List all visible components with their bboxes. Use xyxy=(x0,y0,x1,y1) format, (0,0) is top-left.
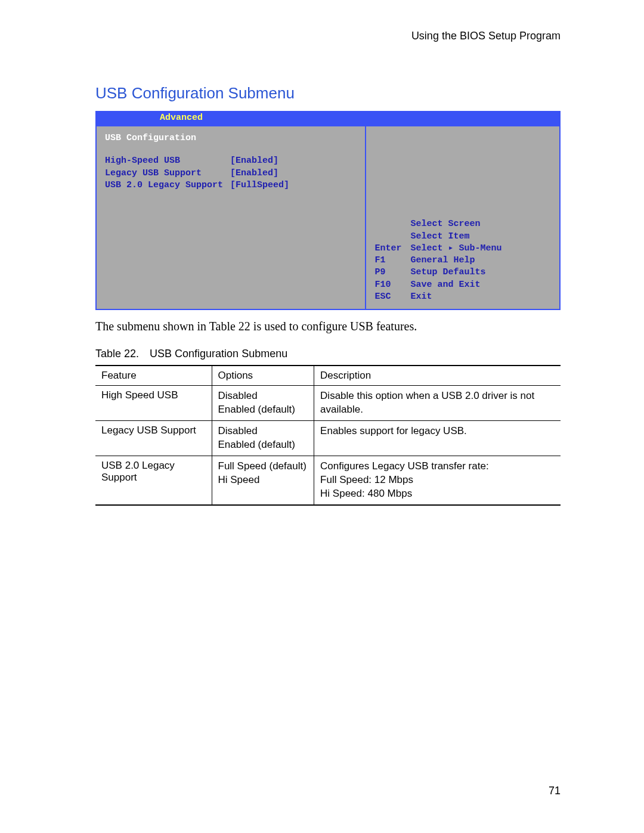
bios-help-row: F10Save and Exit xyxy=(374,279,551,291)
bios-help-key: P9 xyxy=(374,267,410,278)
bios-help-key: Enter xyxy=(374,243,410,255)
bios-help-pane: Select ScreenSelect ItemEnterSelect ▸ Su… xyxy=(365,125,561,310)
bios-setting-row: USB 2.0 Legacy Support[FullSpeed] xyxy=(105,179,357,191)
paragraph: The submenu shown in Table 22 is used to… xyxy=(95,320,561,333)
bios-setting-value: [FullSpeed] xyxy=(230,179,289,191)
bios-setting-value: [Enabled] xyxy=(230,168,278,179)
option-line: Full Speed (default) xyxy=(218,460,308,473)
bios-setting-label: High-Speed USB xyxy=(105,155,230,167)
bios-setting-value: [Enabled] xyxy=(230,155,278,167)
bios-help-row: Select Item xyxy=(374,231,551,243)
description-line: Disable this option when a USB 2.0 drive… xyxy=(320,389,555,417)
bios-setting-row: Legacy USB Support[Enabled] xyxy=(105,168,357,179)
option-line: Hi Speed xyxy=(218,473,308,487)
bios-help-key xyxy=(374,231,410,243)
option-line: Enabled (default) xyxy=(218,438,308,452)
bios-help-desc: Save and Exit xyxy=(410,279,480,291)
bios-help-desc: Exit xyxy=(410,291,432,303)
page-number: 71 xyxy=(549,785,561,797)
option-line: Disabled xyxy=(218,425,308,438)
option-line: Enabled (default) xyxy=(218,403,308,417)
th-feature: Feature xyxy=(95,366,212,386)
description-line: Full Speed: 12 Mbps xyxy=(320,473,555,487)
bios-left-pane: USB Configuration High-Speed USB[Enabled… xyxy=(95,125,365,310)
bios-help-desc: Setup Defaults xyxy=(410,267,485,278)
table-row: Legacy USB SupportDisabledEnabled (defau… xyxy=(95,420,561,456)
bios-help-row: F1General Help xyxy=(374,255,551,267)
bios-help-row: Select Screen xyxy=(374,218,551,230)
section-title: USB Configuration Submenu xyxy=(95,84,561,103)
table-row: High Speed USBDisabledEnabled (default)D… xyxy=(95,386,561,421)
th-options: Options xyxy=(212,366,314,386)
bios-setting-row: High-Speed USB[Enabled] xyxy=(105,155,357,167)
bios-screenshot: Advanced USB Configuration High-Speed US… xyxy=(95,111,561,310)
cell-feature: Legacy USB Support xyxy=(95,420,212,456)
bios-help-key xyxy=(374,218,410,230)
bios-setting-label: USB 2.0 Legacy Support xyxy=(105,179,230,191)
cell-description: Configures Legacy USB transfer rate:Full… xyxy=(314,456,561,504)
bios-help-desc: General Help xyxy=(410,255,475,267)
option-line: Disabled xyxy=(218,389,308,403)
th-description: Description xyxy=(314,366,561,386)
cell-description: Enables support for legacy USB. xyxy=(314,420,561,456)
description-line: Enables support for legacy USB. xyxy=(320,425,555,438)
bios-help-key: ESC xyxy=(374,291,410,303)
bios-help-row: P9Setup Defaults xyxy=(374,267,551,278)
bios-submenu-title: USB Configuration xyxy=(105,132,357,144)
table-header-row: Feature Options Description xyxy=(95,366,561,386)
cell-options: DisabledEnabled (default) xyxy=(212,386,314,421)
cell-options: DisabledEnabled (default) xyxy=(212,420,314,456)
table-row: USB 2.0 Legacy SupportFull Speed (defaul… xyxy=(95,456,561,504)
description-line: Hi Speed: 480 Mbps xyxy=(320,487,555,501)
description-line: Configures Legacy USB transfer rate: xyxy=(320,460,555,473)
bios-help-row: ESCExit xyxy=(374,291,551,303)
bios-menubar: Advanced xyxy=(95,111,561,125)
table-caption: Table 22. USB Configuration Submenu xyxy=(95,348,561,360)
bios-setting-label: Legacy USB Support xyxy=(105,168,230,179)
cell-options: Full Speed (default)Hi Speed xyxy=(212,456,314,504)
cell-description: Disable this option when a USB 2.0 drive… xyxy=(314,386,561,421)
bios-help-desc: Select Screen xyxy=(410,218,480,230)
bios-help-desc: Select ▸ Sub-Menu xyxy=(410,243,501,255)
bios-help-row: EnterSelect ▸ Sub-Menu xyxy=(374,243,551,255)
cell-feature: High Speed USB xyxy=(95,386,212,421)
cell-feature: USB 2.0 Legacy Support xyxy=(95,456,212,504)
bios-help-key: F10 xyxy=(374,279,410,291)
bios-help-key: F1 xyxy=(374,255,410,267)
running-header: Using the BIOS Setup Program xyxy=(95,30,561,42)
bios-tab-advanced: Advanced xyxy=(155,112,208,124)
bios-help-desc: Select Item xyxy=(410,231,469,243)
features-table: Feature Options Description High Speed U… xyxy=(95,365,561,506)
